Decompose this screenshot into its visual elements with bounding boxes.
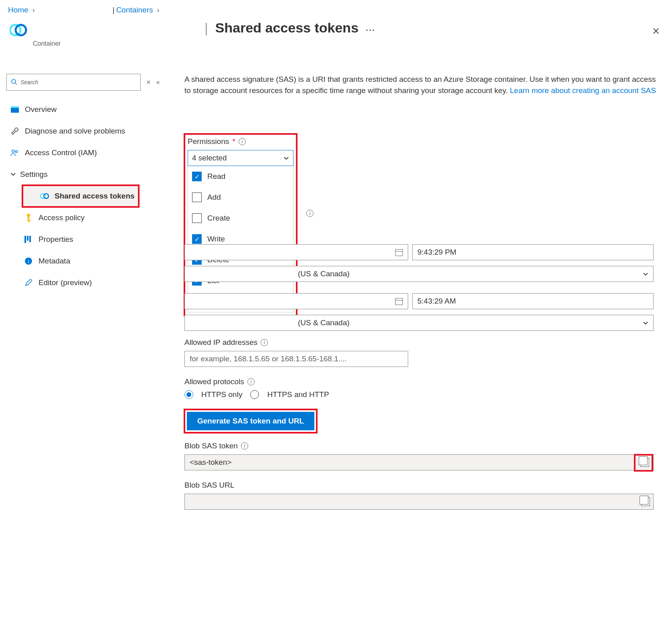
svg-point-10 xyxy=(27,214,30,217)
sidebar-item-properties[interactable]: Properties xyxy=(6,229,184,250)
people-icon xyxy=(10,149,19,156)
radio-https-and-http[interactable] xyxy=(250,390,259,399)
svg-rect-14 xyxy=(27,236,28,241)
sidebar-item-sas[interactable]: Shared access tokens xyxy=(22,185,139,207)
sidebar-item-editor[interactable]: Editor (preview) xyxy=(6,272,184,294)
end-date-input[interactable] xyxy=(184,293,408,309)
container-icon xyxy=(10,23,27,37)
permissions-section: Permissions * i 4 selected ✓ Read Add xyxy=(184,134,297,316)
svg-point-2 xyxy=(12,79,16,83)
info-icon[interactable]: i xyxy=(306,210,314,217)
start-timezone-select[interactable]: (US & Canada) xyxy=(184,266,654,282)
end-timezone-select[interactable]: (US & Canada) xyxy=(184,315,654,331)
breadcrumb-sep: | xyxy=(113,6,115,14)
wrench-icon xyxy=(10,127,19,135)
permissions-label: Permissions * i xyxy=(188,137,293,146)
svg-rect-20 xyxy=(395,298,403,305)
breadcrumb-containers[interactable]: Containers xyxy=(116,6,153,14)
copy-highlight xyxy=(635,455,652,471)
sidebar-item-label: Access Control (IAM) xyxy=(25,148,97,157)
info-icon[interactable]: i xyxy=(247,378,255,385)
copy-icon[interactable] xyxy=(641,497,650,506)
svg-point-7 xyxy=(16,151,18,153)
more-menu-icon[interactable]: ··· xyxy=(366,20,375,36)
info-icon[interactable]: i xyxy=(241,442,248,450)
permissions-dropdown[interactable]: 4 selected xyxy=(188,150,293,166)
sidebar-item-label: Shared access tokens xyxy=(55,192,135,201)
sidebar-group-settings[interactable]: Settings xyxy=(6,164,184,185)
chevron-down-icon xyxy=(283,155,289,161)
sidebar-item-metadata[interactable]: i Metadata xyxy=(6,250,184,272)
chevron-right-icon: › xyxy=(32,6,35,14)
end-datetime-row: 5:43:29 AM xyxy=(184,293,662,309)
allowed-ip-input[interactable]: for example, 168.1.5.65 or 168.1.5.65-16… xyxy=(184,351,408,367)
header-subtitle: Container xyxy=(33,40,61,47)
generate-sas-button[interactable]: Generate SAS token and URL xyxy=(187,412,314,430)
checkbox-icon: ✓ xyxy=(192,234,202,244)
radio-https-only-label: HTTPS only xyxy=(201,390,242,399)
intro-text: A shared access signature (SAS) is a URI… xyxy=(184,74,662,96)
close-icon[interactable]: ✕ xyxy=(652,26,660,37)
sidebar-item-label: Diagnose and solve problems xyxy=(25,127,125,136)
breadcrumb: Home › | Containers › xyxy=(0,0,672,18)
sidebar: Search × « Overview Diagnose and solve p… xyxy=(0,74,184,522)
start-time-input[interactable]: 9:43:29 PM xyxy=(412,244,654,260)
sas-token-label: Blob SAS token i xyxy=(184,442,662,450)
sidebar-item-policy[interactable]: Access policy xyxy=(6,207,184,229)
sidebar-item-overview[interactable]: Overview xyxy=(6,99,184,120)
sidebar-item-label: Access policy xyxy=(38,213,85,222)
svg-text:i: i xyxy=(28,258,29,264)
permissions-selected-text: 4 selected xyxy=(192,154,227,162)
sidebar-item-label: Editor (preview) xyxy=(38,278,92,287)
learn-more-link[interactable]: Learn more about creating an account SAS xyxy=(510,86,656,95)
allowed-protocols-label: Allowed protocols i xyxy=(184,377,662,386)
svg-rect-13 xyxy=(24,236,26,243)
required-star-icon: * xyxy=(232,137,235,146)
permissions-options: ✓ Read Add Create ✓ Write xyxy=(188,166,293,312)
sidebar-item-label: Overview xyxy=(25,105,57,114)
radio-https-only[interactable] xyxy=(184,390,193,399)
info-icon[interactable]: i xyxy=(261,339,268,346)
svg-point-9 xyxy=(44,194,49,199)
start-datetime-row: 9:43:29 PM xyxy=(184,244,662,260)
page-header: Container | Shared access tokens ··· ✕ xyxy=(0,20,672,56)
calendar-icon xyxy=(395,248,403,256)
chevron-down-icon xyxy=(643,271,648,277)
allowed-ip-label: Allowed IP addresses i xyxy=(184,338,662,347)
sidebar-item-diagnose[interactable]: Diagnose and solve problems xyxy=(6,120,184,142)
svg-point-6 xyxy=(12,150,14,152)
checkbox-icon: ✓ xyxy=(192,172,202,181)
pencil-icon xyxy=(24,279,33,286)
sidebar-item-label: Settings xyxy=(20,170,48,179)
key-icon xyxy=(24,213,33,222)
checkbox-icon xyxy=(192,192,202,202)
search-placeholder: Search xyxy=(20,79,38,85)
info-icon: i xyxy=(24,257,33,265)
perm-option-add[interactable]: Add xyxy=(188,187,293,208)
perm-option-read[interactable]: ✓ Read xyxy=(188,166,293,187)
main-content: A shared access signature (SAS) is a URI… xyxy=(184,74,672,522)
sas-url-output[interactable] xyxy=(184,494,654,510)
svg-rect-12 xyxy=(28,220,30,221)
search-icon xyxy=(11,79,17,86)
properties-icon xyxy=(24,236,33,243)
start-date-input[interactable] xyxy=(184,244,408,260)
chevron-right-icon: › xyxy=(157,6,160,14)
clear-search-icon[interactable]: × xyxy=(146,78,151,87)
info-icon[interactable]: i xyxy=(239,138,246,145)
sas-token-output[interactable]: <sas-token> xyxy=(184,454,654,470)
collapse-sidebar-icon[interactable]: « xyxy=(156,79,160,86)
sidebar-item-iam[interactable]: Access Control (IAM) xyxy=(6,142,184,164)
chevron-down-icon xyxy=(10,170,16,179)
svg-line-3 xyxy=(15,83,17,85)
end-time-input[interactable]: 5:43:29 AM xyxy=(412,293,654,309)
svg-rect-5 xyxy=(11,106,19,108)
copy-icon[interactable] xyxy=(640,458,649,467)
breadcrumb-home[interactable]: Home xyxy=(8,6,28,14)
search-input[interactable]: Search xyxy=(6,74,141,91)
overview-icon xyxy=(10,106,19,113)
chevron-down-icon xyxy=(643,320,648,326)
radio-https-and-http-label: HTTPS and HTTP xyxy=(267,390,329,399)
sidebar-item-label: Properties xyxy=(38,235,73,244)
perm-option-create[interactable]: Create xyxy=(188,208,293,229)
